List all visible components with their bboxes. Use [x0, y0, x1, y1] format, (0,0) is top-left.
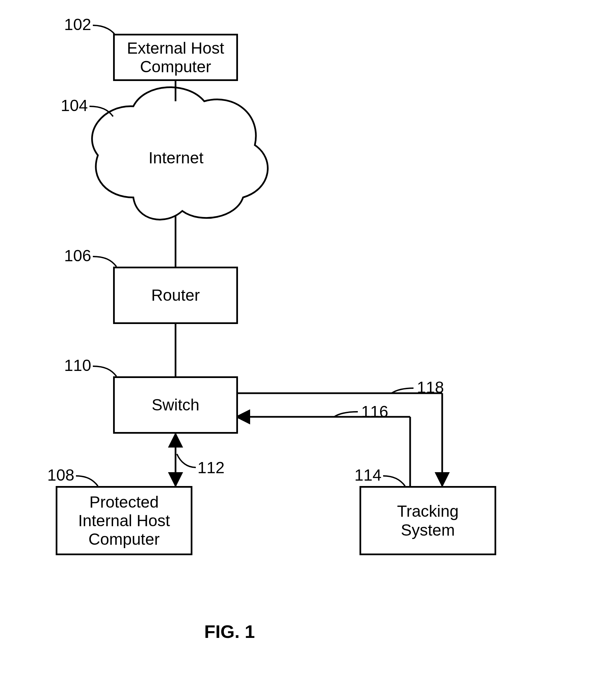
- tracking-system-label: TrackingSystem: [397, 502, 458, 539]
- figure-caption: FIG. 1: [204, 621, 255, 642]
- ref-114: 114: [354, 466, 381, 484]
- internet-label: Internet: [148, 148, 204, 167]
- router-box: Router: [113, 267, 238, 324]
- ref-106: 106: [64, 246, 91, 265]
- ref-110: 110: [64, 356, 91, 375]
- external-host-box: External HostComputer: [113, 34, 238, 81]
- protected-host-label: ProtectedInternal HostComputer: [78, 493, 170, 549]
- external-host-label: External HostComputer: [127, 39, 224, 76]
- ref-112: 112: [197, 458, 224, 477]
- switch-label: Switch: [152, 396, 199, 414]
- tracking-system-box: TrackingSystem: [360, 486, 496, 555]
- ref-104: 104: [61, 96, 88, 115]
- connectors-layer: [0, 0, 613, 700]
- diagram-canvas: External HostComputer 102 Internet 104 R…: [0, 0, 613, 700]
- protected-host-box: ProtectedInternal HostComputer: [56, 486, 192, 555]
- ref-108: 108: [47, 466, 74, 484]
- ref-102: 102: [64, 15, 91, 34]
- switch-box: Switch: [113, 376, 238, 434]
- ref-118: 118: [417, 378, 444, 397]
- ref-116: 116: [361, 402, 388, 421]
- router-label: Router: [151, 286, 200, 304]
